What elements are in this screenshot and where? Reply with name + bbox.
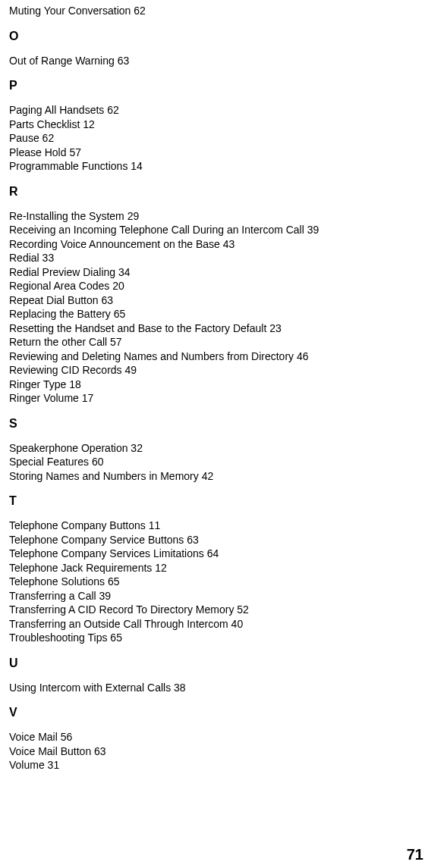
index-entry: Transferring A CID Record To Directory M… [9, 603, 419, 617]
index-entry-text: Transferring A CID Record To Directory M… [9, 603, 234, 616]
index-entry: Parts Checklist 12 [9, 118, 419, 132]
index-entry-page: 56 [61, 731, 73, 743]
index-entry: Volume 31 [9, 759, 419, 772]
index-entry-page: 46 [297, 350, 309, 362]
section-letter: V [9, 705, 419, 720]
index-entry-text: Using Intercom with External Calls [9, 682, 171, 694]
section-letter: R [9, 184, 419, 199]
index-entry-text: Regional Area Codes [9, 280, 109, 292]
index-entry: Transferring an Outside Call Through Int… [9, 618, 419, 631]
index-entry-page: 33 [42, 252, 55, 264]
index-entry: Reviewing and Deleting Names and Numbers… [9, 350, 419, 364]
index-entry-page: 62 [107, 104, 119, 116]
index-entry-text: Ringer Volume [9, 392, 79, 404]
index-entry: Muting Your Conversation 62 [9, 5, 419, 18]
index-group: Voice Mail 56Voice Mail Button 63Volume … [9, 731, 419, 772]
index-entry-page: 63 [101, 294, 113, 306]
index-entry-page: 62 [134, 5, 146, 17]
index-entry-text: Parts Checklist [9, 118, 80, 130]
index-entry: Receiving an Incoming Telephone Call Dur… [9, 224, 419, 237]
index-entry-page: 42 [202, 470, 214, 482]
index-entry: Telephone Company Services Limitations 6… [9, 547, 419, 561]
index-entry-page: 32 [131, 442, 143, 454]
index-entry-text: Voice Mail Button [9, 745, 91, 757]
index-entry-page: 20 [112, 280, 124, 292]
index-group: Using Intercom with External Calls 38 [9, 682, 419, 695]
index-entry: Regional Area Codes 20 [9, 280, 419, 293]
index-entry-text: Out of Range Warning [9, 55, 115, 67]
index-entry: Redial Preview Dialing 34 [9, 266, 419, 280]
index-entry-text: Redial Preview Dialing [9, 266, 115, 278]
index-entry: Repeat Dial Button 63 [9, 294, 419, 308]
index-page: Muting Your Conversation 62OOut of Range… [0, 0, 428, 772]
index-entry-page: 57 [69, 146, 81, 158]
index-entry-page: 65 [110, 631, 122, 644]
index-entry-text: Ringer Type [9, 378, 66, 390]
index-entry-text: Special Features [9, 456, 89, 468]
section-letter: U [9, 656, 419, 671]
index-entry-text: Reviewing CID Records [9, 364, 122, 376]
index-entry-page: 12 [155, 562, 167, 574]
index-entry-text: Redial [9, 252, 39, 264]
index-entry: Ringer Type 18 [9, 378, 419, 392]
index-entry-text: Paging All Handsets [9, 104, 104, 116]
index-entry-page: 65 [114, 308, 126, 320]
index-entry: Telephone Jack Requirements 12 [9, 562, 419, 575]
index-entry: Storing Names and Numbers in Memory 42 [9, 470, 419, 484]
index-entry-text: Telephone Company Services Limitations [9, 547, 204, 559]
index-entry-text: Repeat Dial Button [9, 294, 99, 306]
index-entry: Speakerphone Operation 32 [9, 442, 419, 456]
index-entry: Troubleshooting Tips 65 [9, 631, 419, 645]
index-entry-page: 49 [125, 364, 137, 376]
index-entry: Return the other Call 57 [9, 336, 419, 349]
index-entry: Telephone Company Buttons 11 [9, 519, 419, 533]
index-entry: Telephone Solutions 65 [9, 575, 419, 589]
section-letter: O [9, 29, 419, 44]
index-entry-text: Telephone Company Buttons [9, 519, 146, 531]
index-entry-text: Troubleshooting Tips [9, 631, 107, 644]
index-entry: Using Intercom with External Calls 38 [9, 682, 419, 695]
index-entry-text: Receiving an Incoming Telephone Call Dur… [9, 224, 304, 236]
index-entry: Recording Voice Announcement on the Base… [9, 238, 419, 252]
index-entry: Voice Mail Button 63 [9, 745, 419, 759]
index-group: Out of Range Warning 63 [9, 55, 419, 68]
index-entry-text: Please Hold [9, 146, 67, 158]
index-entry: Pause 62 [9, 132, 419, 146]
index-entry-page: 52 [237, 603, 249, 616]
index-entry: Telephone Company Service Buttons 63 [9, 534, 419, 547]
index-entry: Resetting the Handset and Base to the Fa… [9, 322, 419, 336]
index-entry-page: 63 [118, 55, 130, 67]
index-entry-page: 14 [131, 160, 143, 172]
section-letter: P [9, 78, 419, 93]
index-entry-text: Resetting the Handset and Base to the Fa… [9, 322, 266, 334]
index-entry-page: 18 [69, 378, 81, 390]
index-entry-text: Re-Installing the System [9, 210, 124, 222]
index-entry: Ringer Volume 17 [9, 392, 419, 406]
index-entry: Out of Range Warning 63 [9, 55, 419, 68]
index-entry-text: Telephone Solutions [9, 575, 105, 588]
index-entry-page: 43 [223, 238, 235, 250]
index-entry-text: Muting Your Conversation [9, 5, 131, 17]
index-group: Muting Your Conversation 62 [9, 5, 419, 18]
index-entry-text: Programmable Functions [9, 160, 127, 172]
index-entry-page: 60 [92, 456, 104, 468]
index-entry-text: Transferring an Outside Call Through Int… [9, 618, 228, 630]
page-number: 71 [407, 846, 423, 863]
index-entry: Special Features 60 [9, 456, 419, 469]
index-entry-page: 17 [82, 392, 94, 404]
index-entry-page: 65 [108, 575, 120, 588]
index-entry-text: Replacing the Battery [9, 308, 111, 320]
index-entry-page: 39 [99, 590, 112, 602]
section-letter: S [9, 416, 419, 431]
index-entry: Please Hold 57 [9, 146, 419, 160]
index-group: Telephone Company Buttons 11Telephone Co… [9, 519, 419, 645]
index-entry-page: 64 [207, 547, 219, 559]
index-entry-text: Speakerphone Operation [9, 442, 127, 454]
index-entry-page: 57 [110, 336, 122, 348]
index-entry-page: 63 [187, 534, 199, 546]
index-entry-page: 12 [83, 118, 95, 130]
index-entry-page: 29 [127, 210, 140, 222]
index-entry-page: 31 [48, 759, 60, 771]
index-entry-text: Reviewing and Deleting Names and Numbers… [9, 350, 294, 362]
index-entry-text: Transferring a Call [9, 590, 96, 602]
